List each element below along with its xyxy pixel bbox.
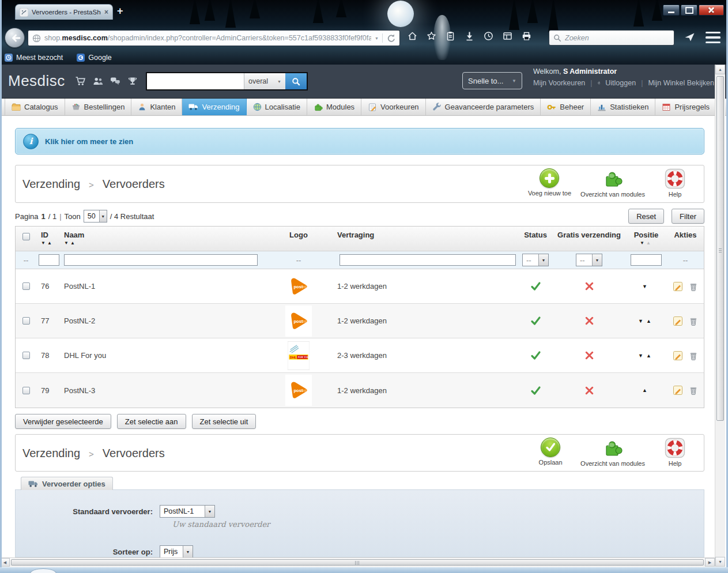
delete-trash-icon[interactable] <box>688 281 699 292</box>
url-bar[interactable]: shop.mesdisc.com/shopadmin/index.php?con… <box>28 30 400 46</box>
column-header-naam[interactable]: Naam ▼▲ <box>62 227 260 251</box>
row-checkbox[interactable] <box>22 387 30 394</box>
new-tab-button[interactable]: + <box>117 5 123 17</box>
admin-search-button[interactable] <box>285 73 307 89</box>
bookmark-google[interactable]: Google <box>77 54 111 62</box>
messages-icon[interactable] <box>110 77 120 85</box>
sort-icons[interactable]: ▼▲ <box>625 240 667 246</box>
tab-bestellingen[interactable]: Bestellingen <box>65 99 132 115</box>
default-carrier-select[interactable]: PostNL-1 ▼ <box>160 505 215 518</box>
scroll-down-icon[interactable]: ▼ <box>715 557 725 567</box>
modules-overview-button[interactable]: Overzicht van modules <box>576 168 650 198</box>
sort-icons[interactable]: ▼▲ <box>64 240 260 246</box>
link-view-shop[interactable]: Mijn Winkel Bekijken <box>648 79 714 87</box>
tab-localisatie[interactable]: Localisatie <box>247 99 307 115</box>
downloads-icon[interactable] <box>464 31 475 42</box>
enable-selection-button[interactable]: Zet selectie aan <box>117 414 186 429</box>
bookmark-most-visited[interactable]: Meest bezocht <box>5 54 63 62</box>
browser-tab[interactable]: Vervoerders - PrestaShop™ × <box>15 4 113 20</box>
reload-icon[interactable] <box>386 33 395 43</box>
tab-groups-icon[interactable] <box>502 31 513 42</box>
delete-selected-button[interactable]: Verwijder geselecteerde <box>15 414 111 429</box>
row-checkbox[interactable] <box>22 317 30 325</box>
breadcrumb-parent[interactable]: Verzending <box>22 178 80 191</box>
quick-access-select[interactable]: Snelle to... ▼ <box>462 72 522 89</box>
delete-trash-icon[interactable] <box>688 350 699 361</box>
share-plane-icon[interactable] <box>684 31 696 43</box>
link-my-preferences[interactable]: Mijn Voorkeuren <box>533 79 585 87</box>
sort-icons[interactable]: ▼▲ <box>41 240 62 246</box>
tab-voorkeuren[interactable]: Voorkeuren <box>361 99 426 115</box>
bookmark-star-icon[interactable] <box>426 31 437 42</box>
tab-close-icon[interactable]: × <box>104 8 108 16</box>
row-checkbox[interactable] <box>22 352 30 359</box>
row-checkbox[interactable] <box>22 282 30 290</box>
move-up-icon[interactable]: ▲ <box>642 387 650 393</box>
info-banner[interactable]: i Klik hier om meer te zien <box>15 128 704 154</box>
move-down-icon[interactable]: ▼ <box>638 353 646 359</box>
free-shipping-no-icon[interactable] <box>553 350 625 360</box>
tab-statistieken[interactable]: Statistieken <box>591 99 655 115</box>
tab-prijsregels[interactable]: Prijsregels <box>655 99 716 115</box>
bookmarks-clipboard-icon[interactable] <box>445 31 456 42</box>
tab-verzending[interactable]: Verzending <box>182 99 246 115</box>
link-logout[interactable]: Uitloggen <box>605 79 636 87</box>
tab-beheer[interactable]: Beheer <box>541 99 591 115</box>
status-enabled-icon[interactable] <box>518 385 553 396</box>
scroll-right-icon[interactable]: ▶ <box>705 558 715 567</box>
edit-icon[interactable] <box>672 350 684 361</box>
disable-selection-button[interactable]: Zet selectie uit <box>192 414 257 429</box>
column-header-positie[interactable]: Positie ▼▲ <box>625 227 667 251</box>
vertical-scrollbar[interactable]: ▲ ▼ <box>715 65 725 567</box>
filter-id-input[interactable] <box>39 254 59 266</box>
move-up-icon[interactable]: ▲ <box>646 353 654 359</box>
close-button[interactable] <box>699 5 724 16</box>
customers-icon[interactable] <box>93 77 103 86</box>
menu-hamburger-icon[interactable] <box>706 32 721 43</box>
modules-overview-button[interactable]: Overzicht van modules <box>576 438 650 467</box>
sort-by-select[interactable]: Prijs ▼ <box>160 545 193 558</box>
status-enabled-icon[interactable] <box>518 315 553 326</box>
maximize-button[interactable] <box>681 5 697 16</box>
edit-icon[interactable] <box>672 281 684 292</box>
filter-positie-input[interactable] <box>631 254 662 266</box>
tab-klanten[interactable]: Klanten <box>131 99 182 115</box>
free-shipping-no-icon[interactable] <box>553 386 625 395</box>
move-up-icon[interactable]: ▲ <box>646 318 654 324</box>
status-enabled-icon[interactable] <box>518 350 553 361</box>
delete-trash-icon[interactable] <box>688 385 699 395</box>
filter-status-select[interactable]: -- ▼ <box>522 254 549 266</box>
column-header-id[interactable]: ID ▼▲ <box>36 227 62 251</box>
free-shipping-no-icon[interactable] <box>553 316 625 326</box>
history-clock-icon[interactable] <box>483 31 494 42</box>
select-all-checkbox[interactable] <box>22 233 30 240</box>
move-down-icon[interactable]: ▼ <box>642 284 650 289</box>
tab-modules[interactable]: Modules <box>307 99 361 115</box>
edit-icon[interactable] <box>672 315 684 327</box>
help-button[interactable]: Help <box>650 438 700 467</box>
trophy-icon[interactable] <box>127 77 138 86</box>
printer-icon[interactable] <box>521 31 532 42</box>
save-button[interactable]: Opslaan <box>525 438 576 467</box>
page-size-select[interactable]: 50 ▼ <box>84 210 107 223</box>
filter-naam-input[interactable] <box>64 254 258 266</box>
status-enabled-icon[interactable] <box>518 281 553 292</box>
filter-vertraging-input[interactable] <box>340 254 516 266</box>
horizontal-scrollbar[interactable]: ◀ ▶ <box>0 557 715 567</box>
back-button[interactable] <box>5 28 25 48</box>
add-new-button[interactable]: Voeg nieuw toe <box>523 168 576 198</box>
url-dropdown-icon[interactable]: ▼ <box>375 36 379 40</box>
filter-gratis-select[interactable]: -- ▼ <box>576 254 602 266</box>
horizontal-scroll-thumb[interactable] <box>11 559 704 566</box>
cart-icon[interactable] <box>75 76 86 86</box>
tab-geavanceerde-parameters[interactable]: Geavanceerde parameters <box>426 99 541 115</box>
vertical-scroll-thumb[interactable] <box>716 76 724 421</box>
browser-search-input[interactable] <box>565 34 670 42</box>
scroll-up-icon[interactable]: ▲ <box>715 65 725 74</box>
reset-button[interactable]: Reset <box>628 209 664 224</box>
minimize-button[interactable] <box>663 5 680 16</box>
breadcrumb-parent[interactable]: Verzending <box>22 446 80 459</box>
tab-catalogus[interactable]: Catalogus <box>5 99 65 115</box>
home-icon[interactable] <box>407 31 418 42</box>
free-shipping-no-icon[interactable] <box>553 281 625 291</box>
